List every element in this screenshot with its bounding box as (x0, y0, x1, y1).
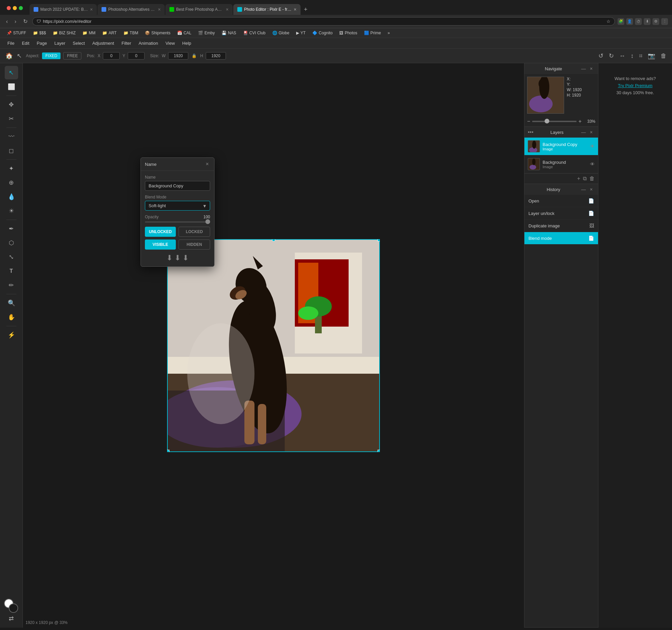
w-input[interactable] (168, 52, 188, 60)
zoom-in-button[interactable]: + (579, 118, 581, 124)
tool-wave[interactable]: 〰 (5, 130, 18, 143)
blend-mode-select[interactable]: Normal Multiply Screen Overlay Soft-ligh… (145, 201, 210, 211)
delete-button[interactable]: 🗑 (659, 51, 668, 61)
menu-adjustment[interactable]: Adjustment (89, 39, 117, 47)
menu-help[interactable]: Help (179, 39, 195, 47)
layer-item-background-copy[interactable]: Background Copy Image 👁 (524, 138, 598, 156)
browser-tab-3[interactable]: Best Free Photoshop Apps (Ma... × (165, 4, 233, 15)
delete-layer-button[interactable]: 🗑 (589, 176, 595, 182)
navigate-close-button[interactable]: × (588, 65, 595, 72)
tool-clone[interactable]: ⊕ (5, 176, 18, 189)
flip-v-button[interactable]: ↕ (629, 51, 635, 61)
new-tab-button[interactable]: + (301, 5, 310, 15)
browser-tab-2[interactable]: Photoshop Alternatives (Updat... × (97, 4, 165, 15)
home-button[interactable]: 🏠 (4, 51, 14, 61)
layer-item-background[interactable]: Background Image 👁 (524, 156, 598, 173)
add-layer-button[interactable]: + (577, 176, 580, 182)
bookmark-money[interactable]: 📁$$$ (30, 30, 49, 36)
profile-icon[interactable]: 👤 (626, 18, 633, 25)
menu-filter[interactable]: Filter (118, 39, 135, 47)
visible-button[interactable]: VISIBLE (145, 239, 176, 250)
extensions-icon[interactable]: 🧩 (618, 18, 624, 25)
pointer-tool[interactable]: ↖ (16, 51, 23, 61)
history-minimize-button[interactable]: — (579, 186, 588, 193)
bookmark-bizshiz[interactable]: 📁BIZ SHIZ (50, 30, 78, 36)
bookmark-cognito[interactable]: 🔷Cognito (310, 30, 335, 36)
dialog-close-button[interactable]: × (205, 161, 210, 167)
bookmark-shipments[interactable]: 📦Shipments (142, 30, 173, 36)
tool-zoom[interactable]: 🔍 (5, 296, 18, 310)
bookmark-mm[interactable]: 📁MM (80, 30, 98, 36)
bookmark-art[interactable]: 📁ART (99, 30, 119, 36)
unlocked-button[interactable]: UNLOCKED (145, 227, 176, 237)
menu-page[interactable]: Page (33, 39, 50, 47)
tool-shape[interactable]: ⬡ (5, 236, 18, 250)
align-top-button[interactable]: ⬇ (183, 254, 189, 262)
reload-button[interactable]: ↻ (21, 17, 30, 26)
tab-close-1[interactable]: × (90, 7, 93, 12)
bookmark-stuff[interactable]: 📌STUFF (4, 30, 29, 36)
align-bottom-button[interactable]: ⬇ (166, 254, 172, 262)
zoom-thumb[interactable] (545, 119, 549, 123)
bookmark-more[interactable]: » (385, 30, 393, 36)
tool-cut[interactable]: ✂ (5, 112, 18, 125)
menu-view[interactable]: View (162, 39, 178, 47)
name-input[interactable] (145, 181, 210, 191)
bookmark-prime[interactable]: 🟦Prime (361, 30, 384, 36)
tool-text[interactable]: T (5, 264, 18, 278)
maximize-traffic-light[interactable] (19, 6, 23, 10)
layers-dots-button[interactable]: ••• (528, 129, 533, 135)
tool-select-arrow[interactable]: ↖ (5, 66, 18, 79)
warp-button[interactable]: ⌗ (638, 51, 644, 61)
background-color[interactable] (9, 603, 18, 613)
downloads-icon[interactable]: ⬇ (644, 18, 650, 25)
layers-minimize-button[interactable]: — (579, 129, 588, 136)
menu-select[interactable]: Select (69, 39, 88, 47)
tab-close-3[interactable]: × (226, 7, 229, 12)
bookmark-star-icon[interactable]: ☆ (606, 19, 610, 24)
tool-select-rect[interactable]: ⬜ (5, 80, 18, 94)
y-input[interactable] (128, 52, 145, 60)
tool-blur[interactable]: 💧 (5, 190, 18, 204)
opacity-thumb[interactable] (206, 219, 210, 224)
zoom-out-button[interactable]: − (527, 118, 530, 124)
navigate-thumbnail[interactable] (527, 77, 564, 114)
history-panel-header[interactable]: History — × (524, 184, 598, 195)
tool-hand[interactable]: ✋ (5, 310, 18, 324)
h-input[interactable] (206, 52, 226, 60)
bookmark-yt[interactable]: ▶YT (293, 30, 308, 36)
tool-lightning[interactable]: ⚡ (5, 328, 18, 342)
history-item-duplicate[interactable]: Duplicate image 🖼 (524, 220, 598, 232)
flip-h-button[interactable]: ↔ (618, 51, 627, 61)
locked-button[interactable]: LOCKED (178, 227, 210, 237)
tool-move[interactable]: ✥ (5, 98, 18, 111)
bookmark-cal[interactable]: 📅CAL (174, 30, 194, 36)
bookmark-nas[interactable]: 💾NAS (219, 30, 239, 36)
tool-dodge[interactable]: ☀ (5, 204, 18, 218)
history-item-open[interactable]: Open 📄 (524, 195, 598, 207)
back-button[interactable]: ‹ (4, 17, 10, 26)
layer-visibility-1[interactable]: 👁 (590, 144, 595, 149)
premium-link[interactable]: Try Pixlr Premium (618, 83, 652, 88)
bookmark-emby[interactable]: 🎬Emby (195, 30, 217, 36)
swap-colors-icon[interactable]: ⇄ (9, 615, 14, 622)
more-icon[interactable]: ⋮ (661, 18, 668, 25)
tab-close-2[interactable]: × (158, 7, 161, 12)
history-item-unlock[interactable]: Layer un/lock 📄 (524, 207, 598, 220)
navigate-minimize-button[interactable]: — (579, 65, 588, 72)
align-center-button[interactable]: ⬇ (174, 254, 181, 262)
navigate-panel-header[interactable]: Navigate — × (524, 63, 598, 74)
tool-pen[interactable]: ✒ (5, 222, 18, 235)
canvas-area[interactable]: Name × Name Blend Mode Normal Multiply S… (23, 63, 524, 628)
address-bar[interactable]: 🛡 https://pixlr.com/e/#editor ☆ (32, 17, 615, 26)
layer-properties-dialog[interactable]: Name × Name Blend Mode Normal Multiply S… (141, 158, 214, 267)
minimize-traffic-light[interactable] (13, 6, 17, 10)
settings-icon[interactable]: ⚙ (652, 18, 659, 25)
hidden-button[interactable]: HIDDEN (178, 239, 210, 250)
browser-tab-4[interactable]: Photo Editor : Pixlr E - free ima... × (233, 4, 301, 15)
history-icon[interactable]: ⏱ (635, 18, 642, 25)
layers-close-button[interactable]: × (588, 129, 595, 136)
bookmark-tbm[interactable]: 📁TBM (121, 30, 141, 36)
aspect-fixed-button[interactable]: FIXED (42, 52, 61, 59)
aspect-free-button[interactable]: FREE (63, 52, 81, 60)
